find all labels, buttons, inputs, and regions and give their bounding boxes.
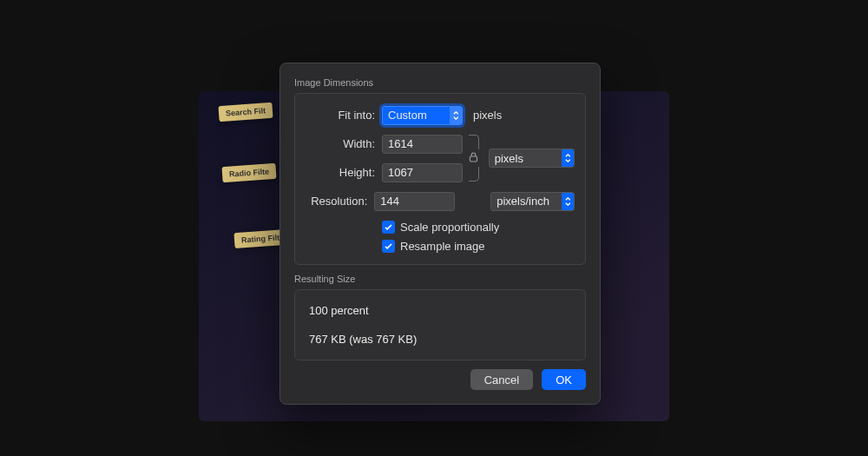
section-title-dimensions: Image Dimensions xyxy=(294,77,586,88)
section-title-resulting: Resulting Size xyxy=(294,274,586,284)
fit-into-suffix: pixels xyxy=(473,109,502,122)
resample-image-checkbox[interactable] xyxy=(382,240,395,253)
fit-into-value: Custom xyxy=(388,109,427,122)
link-bracket-icon xyxy=(469,167,479,182)
chevron-updown-icon xyxy=(562,149,574,167)
resolution-input[interactable] xyxy=(374,192,455,211)
height-input[interactable] xyxy=(382,163,463,182)
image-dimensions-dialog: Image Dimensions Fit into: Custom pixels… xyxy=(279,63,601,405)
resample-image-label: Resample image xyxy=(400,240,485,253)
chevron-updown-icon xyxy=(450,107,462,124)
resolution-unit-select[interactable]: pixels/inch xyxy=(490,192,575,211)
width-label: Width: xyxy=(306,137,375,150)
dimension-unit-value: pixels xyxy=(495,152,523,165)
resulting-filesize: 767 KB (was 767 KB) xyxy=(306,327,575,351)
link-bracket-icon xyxy=(469,135,479,149)
resulting-size-group: 100 percent 767 KB (was 767 KB) xyxy=(294,289,586,360)
ok-button[interactable]: OK xyxy=(542,369,586,390)
lock-icon[interactable] xyxy=(469,149,478,167)
cancel-button[interactable]: Cancel xyxy=(470,369,533,390)
svg-rect-0 xyxy=(470,156,477,162)
scale-proportionally-label: Scale proportionally xyxy=(400,221,499,234)
dimensions-group: Fit into: Custom pixels Width: Height: xyxy=(294,93,586,265)
chevron-updown-icon xyxy=(562,193,574,210)
scale-proportionally-checkbox[interactable] xyxy=(382,221,395,234)
fit-into-select[interactable]: Custom xyxy=(382,106,463,125)
resolution-unit-value: pixels/inch xyxy=(496,195,549,208)
dimension-unit-select[interactable]: pixels xyxy=(489,149,575,168)
height-label: Height: xyxy=(306,166,375,179)
fit-into-label: Fit into: xyxy=(306,109,375,122)
resolution-label: Resolution: xyxy=(306,195,367,208)
width-input[interactable] xyxy=(382,135,463,154)
resulting-percent: 100 percent xyxy=(306,299,575,322)
